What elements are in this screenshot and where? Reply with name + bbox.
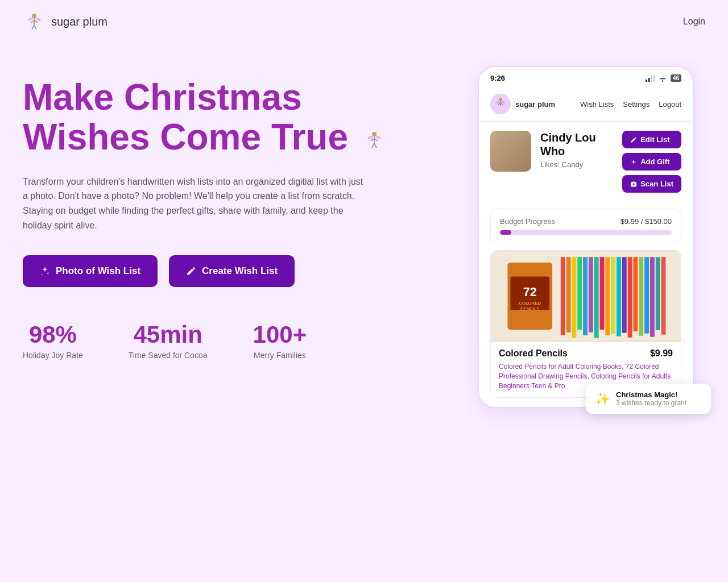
svg-point-22 <box>499 98 502 101</box>
svg-rect-37 <box>577 257 582 330</box>
signal-icon <box>646 75 655 82</box>
status-bar: 9:26 <box>479 67 693 87</box>
status-time: 9:26 <box>490 74 505 82</box>
profile-name: Cindy Lou Who <box>540 131 613 158</box>
svg-point-0 <box>32 14 36 18</box>
svg-rect-35 <box>566 257 571 332</box>
svg-text:COLORED: COLORED <box>519 301 541 306</box>
nav-wish-lists[interactable]: Wish Lists <box>580 100 614 109</box>
sparkle-icon <box>40 266 50 276</box>
gift-price: $9.99 <box>650 348 673 359</box>
header: sugar plum Login <box>0 0 728 43</box>
svg-rect-38 <box>583 257 588 335</box>
svg-text:PENCILS: PENCILS <box>520 306 540 311</box>
stat-families-value: 100+ <box>253 321 307 348</box>
app-logo-avatar <box>490 94 511 114</box>
gift-card: 72 COLORED PENCILS <box>490 250 681 398</box>
scan-list-button[interactable]: Scan List <box>622 175 681 193</box>
app-nav: sugar plum Wish Lists Settings Logout <box>479 87 693 122</box>
app-logo-text: sugar plum <box>515 100 555 109</box>
profile-info: Cindy Lou Who Likes: Candy <box>540 131 613 169</box>
svg-rect-46 <box>628 257 632 337</box>
status-icons: 46 <box>646 74 681 82</box>
profile-section: Cindy Lou Who Likes: Candy Edit List <box>479 122 693 202</box>
svg-point-20 <box>662 80 663 81</box>
edit-btn-icon <box>630 136 637 143</box>
photo-wish-list-button[interactable]: Photo of Wish List <box>23 255 158 287</box>
profile-avatar-img <box>490 131 531 172</box>
edit-icon <box>186 266 196 276</box>
svg-rect-19 <box>653 75 655 82</box>
gift-image: 72 COLORED PENCILS <box>491 251 681 342</box>
svg-rect-17 <box>648 78 650 82</box>
svg-line-11 <box>374 139 378 141</box>
stat-joy-label: Holiday Joy Rate <box>23 351 83 360</box>
hero-description: Transform your children's handwritten wi… <box>23 174 364 232</box>
svg-rect-52 <box>661 257 666 335</box>
budget-amount: $9.99 / $150.00 <box>621 217 672 226</box>
svg-line-5 <box>34 25 36 30</box>
stat-time-saved: 45min Time Saved for Cocoa <box>129 321 208 360</box>
svg-rect-47 <box>634 257 638 331</box>
logo-text: sugar plum <box>51 15 107 28</box>
phone-wrapper: 9:26 <box>478 66 705 408</box>
logo-area: sugar plum <box>23 10 107 33</box>
logo-icon <box>23 10 46 33</box>
svg-rect-49 <box>644 257 649 334</box>
headline-line1: Make Christmas <box>23 77 302 118</box>
app-avatar-icon <box>490 94 511 114</box>
gift-title: Colored Pencils <box>499 348 568 359</box>
svg-line-10 <box>371 139 374 141</box>
svg-rect-39 <box>589 257 593 332</box>
app-nav-links: Wish Lists Settings Logout <box>580 100 681 109</box>
profile-likes: Likes: Candy <box>540 160 613 169</box>
svg-rect-16 <box>646 80 647 82</box>
colored-pencils-image: 72 COLORED PENCILS <box>491 251 681 342</box>
svg-rect-51 <box>656 257 660 330</box>
svg-rect-18 <box>651 76 652 82</box>
left-panel: Make Christmas Wishes Come True <box>23 66 444 360</box>
create-wish-list-button[interactable]: Create Wish List <box>169 255 295 287</box>
budget-section: Budget Progress $9.99 / $150.00 <box>490 209 681 243</box>
svg-line-4 <box>32 25 34 30</box>
toast-content: Christmas Magic! 3 wishes ready to grant <box>616 390 686 407</box>
svg-rect-41 <box>600 257 605 330</box>
add-gift-button[interactable]: Add Gift <box>622 153 681 171</box>
login-button[interactable]: Login <box>683 16 705 27</box>
svg-line-3 <box>34 20 38 23</box>
app-logo-area: sugar plum <box>490 94 555 114</box>
stat-joy-rate: 98% Holiday Joy Rate <box>23 321 83 360</box>
svg-rect-45 <box>622 257 627 333</box>
svg-rect-44 <box>617 257 621 336</box>
budget-bar-fill <box>500 230 511 235</box>
budget-label: Budget Progress <box>500 217 555 226</box>
headline: Make Christmas Wishes Come True <box>23 77 444 157</box>
edit-list-button[interactable]: Edit List <box>622 131 681 148</box>
phone-frame: 9:26 <box>478 66 694 408</box>
gift-title-row: Colored Pencils $9.99 <box>499 348 673 359</box>
nav-settings[interactable]: Settings <box>623 100 650 109</box>
stat-families-label: Merry Families <box>253 351 307 360</box>
nav-logout[interactable]: Logout <box>659 100 681 109</box>
budget-bar-background <box>500 230 672 235</box>
toast-title: Christmas Magic! <box>616 390 686 399</box>
headline-fairy-icon <box>363 128 386 151</box>
svg-line-13 <box>374 143 377 148</box>
profile-buttons: Edit List Add Gift Scan Li <box>622 131 681 193</box>
svg-rect-42 <box>605 257 610 335</box>
add-btn-icon <box>630 159 637 165</box>
main-content: Make Christmas Wishes Come True <box>0 43 728 408</box>
svg-line-12 <box>372 143 374 148</box>
svg-rect-36 <box>572 257 576 338</box>
profile-avatar <box>490 131 531 172</box>
budget-header: Budget Progress $9.99 / $150.00 <box>500 217 672 226</box>
svg-rect-48 <box>639 257 643 336</box>
svg-rect-34 <box>561 257 565 335</box>
svg-text:72: 72 <box>523 285 537 299</box>
right-panel: 9:26 <box>478 66 705 408</box>
headline-line2: Wishes Come True <box>23 117 386 157</box>
toast-notification: ✨ Christmas Magic! 3 wishes ready to gra… <box>586 384 711 414</box>
toast-subtitle: 3 wishes ready to grant <box>616 399 686 407</box>
svg-rect-43 <box>611 257 615 334</box>
cta-buttons: Photo of Wish List Create Wish List <box>23 255 444 287</box>
